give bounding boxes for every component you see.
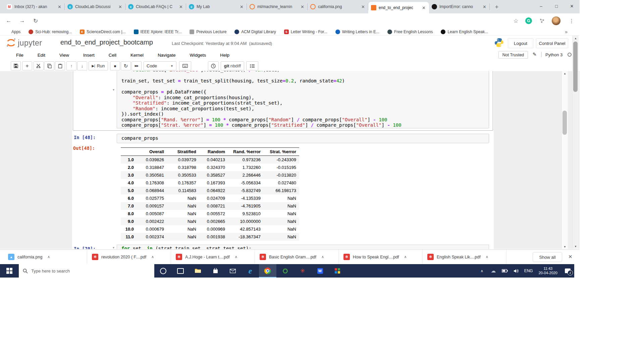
cut-cells-button[interactable] bbox=[34, 61, 44, 70]
download-caret-icon[interactable]: ∧ bbox=[484, 255, 490, 259]
tab-close-icon[interactable]: ✕ bbox=[361, 4, 366, 9]
download-caret-icon[interactable]: ∧ bbox=[45, 255, 52, 259]
chrome-icon[interactable] bbox=[259, 264, 276, 278]
jupyter-logo[interactable]: jupyter bbox=[6, 38, 42, 48]
interrupt-kernel-button[interactable]: ■ bbox=[110, 61, 120, 70]
bookmark-writing-letters-in-e-[interactable]: Writing Letters in E... bbox=[335, 29, 379, 34]
code-fold-arrow-icon[interactable]: ▾ bbox=[113, 246, 114, 249]
bookmarks-overflow-chevron[interactable]: » bbox=[565, 29, 568, 35]
window-minimize-button[interactable]: – bbox=[533, 0, 549, 12]
menu-widgets[interactable]: Widgets bbox=[190, 53, 206, 58]
speaker-icon[interactable] bbox=[511, 264, 522, 278]
colorful-app-icon[interactable] bbox=[329, 264, 346, 278]
download-caret-icon[interactable]: ∧ bbox=[233, 255, 239, 259]
download-item-a-j-hoge-learn-t-pdf[interactable]: ✻A.J.Hoge - Learn t....pdf∧ bbox=[171, 250, 255, 264]
window-maximize-button[interactable]: □ bbox=[549, 0, 564, 12]
notebook-scrollbar-thumb[interactable] bbox=[562, 111, 567, 135]
taskbar-clock[interactable]: 11:43 20-04-2020 bbox=[535, 266, 561, 275]
download-item-how-to-speak-engl-pdf[interactable]: ✻How to Speak Engl....pdf∧ bbox=[339, 250, 423, 264]
hidden-icons-chevron[interactable]: ∧ bbox=[476, 264, 488, 278]
in70-code-content[interactable]: for set_ in (strat_train_set, strat_test… bbox=[121, 246, 252, 249]
page-scrollbar[interactable]: ▴ ▾ bbox=[572, 36, 579, 249]
tab-cloudxlab-discussi[interactable]: cCloudxLab Discussi✕ bbox=[65, 0, 125, 13]
cell-type-dropdown[interactable]: Code▼ bbox=[144, 61, 176, 70]
download-caret-icon[interactable]: ∧ bbox=[149, 255, 156, 259]
logout-button[interactable]: Logout bbox=[508, 38, 533, 48]
edge-icon[interactable]: e bbox=[241, 264, 259, 278]
cortana-icon[interactable] bbox=[154, 264, 172, 278]
bookmark-star-icon[interactable]: ☆ bbox=[511, 16, 521, 25]
bookmark-learn-english-speak-[interactable]: Learn English Speak... bbox=[441, 29, 488, 34]
tab-close-icon[interactable]: ✕ bbox=[239, 4, 244, 9]
back-icon[interactable]: ← bbox=[4, 16, 13, 25]
mail-icon[interactable] bbox=[224, 264, 241, 278]
battery-icon[interactable] bbox=[499, 264, 511, 278]
download-item-basic-english-gram-pdf[interactable]: ✻Basic English Gram....pdf∧ bbox=[255, 250, 339, 264]
reload-icon[interactable]: ↻ bbox=[31, 16, 40, 25]
nbdiff-list-button[interactable] bbox=[246, 61, 258, 70]
downloads-close-icon[interactable]: ✕ bbox=[568, 254, 573, 260]
onedrive-cloud-icon[interactable]: ☁ bbox=[488, 264, 499, 278]
code-cell-content[interactable]: return data["income_cat"].value_counts()… bbox=[121, 71, 401, 128]
download-caret-icon[interactable]: ∧ bbox=[402, 255, 409, 259]
download-item-california-png[interactable]: ▴california.png∧ bbox=[3, 250, 87, 264]
paste-cells-button[interactable] bbox=[55, 61, 65, 70]
tab-close-icon[interactable]: ✕ bbox=[300, 4, 305, 9]
save-button[interactable] bbox=[11, 61, 21, 70]
extension-icon[interactable] bbox=[537, 16, 547, 25]
notebook-title[interactable]: end_to_end_project_bootcamp bbox=[60, 39, 153, 46]
grammarly-extension-icon[interactable]: G bbox=[524, 16, 533, 25]
control-panel-button[interactable]: Control Panel bbox=[536, 38, 568, 48]
task-view-icon[interactable] bbox=[172, 264, 189, 278]
move-cell-down-button[interactable]: ↓ bbox=[77, 61, 87, 70]
clock-schedule-button[interactable] bbox=[208, 61, 219, 70]
start-button[interactable] bbox=[0, 264, 19, 278]
tab-close-icon[interactable]: ✕ bbox=[178, 4, 183, 9]
green-ring-app-icon[interactable] bbox=[276, 264, 294, 278]
in48-cell-input[interactable] bbox=[117, 134, 489, 143]
code-fold-arrow-icon[interactable]: ▾ bbox=[113, 88, 114, 92]
insert-cell-button[interactable]: + bbox=[22, 61, 32, 70]
bookmark-ieee-xplore-ieee-tr-[interactable]: IEEE Xplore: IEEE Tr... bbox=[134, 29, 182, 34]
menu-navigate[interactable]: Navigate bbox=[158, 53, 175, 58]
bookmark-free-english-lessons[interactable]: Free English Lessons bbox=[387, 29, 433, 34]
menu-help[interactable]: Help bbox=[220, 53, 229, 58]
download-item-english-speak-lik-pdf[interactable]: ✻English Speak Lik....pdf∧ bbox=[423, 250, 506, 264]
tab-importerror-canno[interactable]: ImportError: canno✕ bbox=[429, 0, 490, 13]
scroll-down-icon[interactable]: ▾ bbox=[573, 245, 579, 248]
git-nbdiff-button[interactable]: gitnbdiff bbox=[221, 61, 244, 70]
action-center-icon[interactable]: 2 bbox=[561, 264, 574, 278]
in48-code-content[interactable]: compare_props bbox=[121, 135, 158, 141]
tab-california-png[interactable]: california.png✕ bbox=[308, 0, 368, 13]
page-scrollbar-thumb[interactable] bbox=[573, 42, 578, 92]
forward-icon[interactable]: → bbox=[17, 16, 27, 25]
bookmark-acm-digital-library[interactable]: ACM Digital Library bbox=[234, 29, 276, 34]
move-cell-up-button[interactable]: ↑ bbox=[66, 61, 76, 70]
download-caret-icon[interactable]: ∧ bbox=[319, 255, 326, 259]
window-close-button[interactable]: ✕ bbox=[564, 0, 580, 12]
bookmark-letter-writing-for-[interactable]: SLetter Writing - For... bbox=[284, 29, 327, 34]
menu-view[interactable]: View bbox=[59, 53, 69, 58]
trust-status-button[interactable]: Not Trusted bbox=[498, 51, 528, 59]
microsoft-store-icon[interactable] bbox=[207, 264, 224, 278]
scroll-up-icon[interactable]: ▴ bbox=[573, 37, 579, 40]
restart-run-all-button[interactable]: ▶▶ bbox=[131, 61, 142, 70]
command-palette-button[interactable] bbox=[179, 61, 191, 70]
restart-kernel-button[interactable]: ↻ bbox=[121, 61, 131, 70]
language-indicator[interactable]: ENG bbox=[522, 264, 535, 278]
browser-menu-kebab-icon[interactable]: ⋮ bbox=[567, 16, 576, 25]
bookmark-apps[interactable]: Apps bbox=[5, 29, 20, 34]
menu-file[interactable]: File bbox=[16, 53, 23, 58]
menu-kernel[interactable]: Kernel bbox=[130, 53, 144, 58]
file-explorer-icon[interactable] bbox=[189, 264, 207, 278]
bookmark-previous-lecture[interactable]: Previous Lecture bbox=[190, 29, 226, 34]
menu-cell[interactable]: Cell bbox=[109, 53, 116, 58]
run-button[interactable]: ▶| Run bbox=[89, 61, 108, 70]
tab-close-icon[interactable]: ✕ bbox=[57, 4, 62, 9]
tab-cloudxlab-faqs-c[interactable]: cCloudxLab FAQs | C✕ bbox=[125, 0, 186, 13]
tab-ml-machine-learnin[interactable]: ml/machine_learnin✕ bbox=[247, 0, 308, 13]
bookmark-sciencedirect-com-[interactable]: EScienceDirect.com |... bbox=[80, 29, 125, 34]
download-item-revolution-2020-f-pdf[interactable]: ✻revolution 2020 ( F....pdf∧ bbox=[87, 250, 171, 264]
tab-inbox-327-akan[interactable]: MInbox (327) - akan✕ bbox=[4, 0, 65, 13]
scroll-up-icon[interactable]: ▴ bbox=[562, 72, 568, 75]
